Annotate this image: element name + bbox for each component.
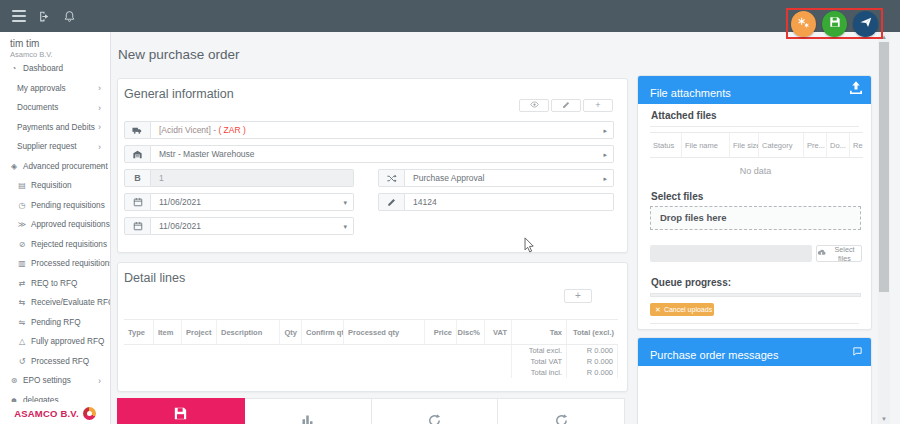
delivery-date-value: 11/06/2021: [159, 221, 201, 231]
sidebar-item-label: Approved requisitions: [31, 220, 110, 229]
sidebar-item-my-approvals[interactable]: My approvals ›: [0, 79, 110, 99]
general-info-toolbar: +: [519, 99, 613, 112]
save-purchase-order-button[interactable]: [117, 398, 245, 424]
general-information-card: General information + [Acidri Vicent] - …: [117, 78, 628, 253]
sidebar-item-documents[interactable]: Documents ›: [0, 98, 110, 118]
plus-icon: +: [575, 290, 581, 301]
processed-rfq-icon: ↺: [16, 357, 28, 366]
sidebar-item-pending-requisitions[interactable]: ◷ Pending requisitions: [0, 196, 110, 216]
sidebar-item-dashboard[interactable]: ◔ Dashboard: [0, 59, 110, 79]
bottom-action-bar: [117, 398, 625, 424]
vertical-scrollbar[interactable]: ▲ ▼: [878, 32, 890, 424]
select-files-button[interactable]: Select files: [816, 245, 862, 262]
sidebar-item-requisition[interactable]: ▤ Requisition: [0, 176, 110, 196]
scrollbar-thumb[interactable]: [879, 42, 889, 292]
sidebar: tim tim Asamco B.V. ◔ Dashboard My appro…: [0, 32, 111, 424]
total-value: R 0.000: [566, 345, 618, 356]
sidebar-item-payments-and-debits[interactable]: Payments and Debits ›: [0, 118, 110, 138]
save-disk-icon: [172, 405, 189, 424]
warehouse-select[interactable]: Mstr - Master Warehouse ▸: [124, 145, 614, 163]
card-title: Purchase order messages: [650, 349, 778, 361]
brand-text: ASAMCO B.V.: [14, 408, 79, 419]
chevron-right-icon: ›: [98, 103, 101, 113]
sidebar-item-advanced-procurement[interactable]: ◈ Advanced procurement ›: [0, 157, 110, 177]
sidebar-item-label: Requisition: [31, 181, 72, 190]
reload-button[interactable]: [498, 398, 625, 424]
chevron-right-icon: ›: [98, 122, 101, 132]
plus-icon: +: [595, 101, 600, 110]
file-path-input[interactable]: [650, 245, 812, 262]
number-icon: B: [124, 169, 151, 187]
approval-route-value: Purchase Approval: [413, 173, 484, 183]
sidebar-item-label: Rejected requisitions: [31, 240, 107, 249]
calendar-icon: [124, 217, 151, 235]
upload-button[interactable]: [847, 79, 865, 100]
sidebar-item-req-to-rfq[interactable]: ⇄ REQ to RFQ: [0, 274, 110, 294]
column-header: VAT: [484, 320, 511, 344]
bar-chart-icon: [300, 413, 315, 424]
total-row: Total incl. R 0.000: [511, 367, 618, 378]
sidebar-item-label: Processed requisitions: [31, 259, 111, 268]
sidebar-item-label: Fully approved RFQ: [31, 337, 104, 346]
supplier-currency: ( ZAR ): [218, 125, 245, 135]
sidebar-item-receive-evaluate-rfq[interactable]: ⇆ Receive/Evaluate RFQ: [0, 293, 110, 313]
close-icon: ✕: [655, 306, 661, 314]
sidebar-item-approved-requisitions[interactable]: ≫ Approved requisitions: [0, 215, 110, 235]
column-header: Tax: [511, 320, 566, 344]
sidebar-item-label: Supplier request: [17, 142, 77, 151]
queue-progress-bar: [650, 293, 861, 297]
messages-header: Purchase order messages: [638, 338, 871, 366]
sidebar-item-fully-approved-rfq[interactable]: △ Fully approved RFQ: [0, 332, 110, 352]
sidebar-item-label: EPO settings: [23, 376, 71, 385]
total-label: Total VAT: [511, 356, 566, 367]
sidebar-item-processed-requisitions[interactable]: ▥ Processed requisitions: [0, 254, 110, 274]
pencil-icon: [562, 100, 571, 111]
purchase-order-messages-card: Purchase order messages: [637, 337, 872, 424]
sidebar-item-label: Advanced procurement: [23, 162, 108, 171]
column-header: Processed qty: [343, 320, 424, 344]
user-name: tim tim: [10, 38, 100, 49]
sidebar-item-rejected-requisitions[interactable]: ⊘ Rejected requisitions: [0, 235, 110, 255]
order-number-field: B 1: [124, 169, 354, 187]
notifications-bell-icon[interactable]: [63, 10, 76, 23]
sidebar-item-pending-rfq[interactable]: ⇋ Pending RFQ: [0, 313, 110, 333]
upload-icon: [847, 85, 865, 100]
sidebar-item-processed-rfq[interactable]: ↺ Processed RFQ: [0, 352, 110, 372]
logout-icon[interactable]: [38, 10, 51, 23]
sidebar-item-epo-settings[interactable]: ⊛ EPO settings ›: [0, 371, 110, 391]
save-button[interactable]: [822, 11, 847, 37]
order-date-value: 11/06/2021: [159, 197, 201, 207]
column-header: Do...: [826, 133, 849, 157]
menu-icon[interactable]: [12, 10, 26, 22]
processed-requisitions-icon: ▥: [16, 259, 28, 268]
chart-button[interactable]: [245, 398, 372, 424]
supplier-select[interactable]: [Acidri Vicent] - ( ZAR ) ▸: [124, 121, 614, 139]
column-header: Type: [124, 320, 153, 344]
card-title: General information: [124, 87, 234, 101]
total-label: Total excl.: [511, 345, 566, 356]
add-button[interactable]: +: [583, 99, 613, 112]
send-button[interactable]: [853, 11, 878, 37]
process-route-button[interactable]: [791, 11, 816, 37]
delivery-date-picker[interactable]: 11/06/2021 ▾: [124, 217, 354, 235]
sidebar-item-label: Dashboard: [23, 64, 63, 73]
cancel-uploads-button[interactable]: ✕ Cancel uploads: [650, 303, 714, 316]
refresh-icon: [554, 413, 569, 424]
approval-route-select[interactable]: Purchase Approval ▸: [378, 169, 614, 187]
edit-button[interactable]: [551, 99, 581, 112]
refresh-button[interactable]: [372, 398, 499, 424]
order-date-picker[interactable]: 11/06/2021 ▾: [124, 193, 354, 211]
column-header: File name: [681, 133, 729, 157]
scroll-down-icon[interactable]: ▼: [878, 415, 890, 423]
attached-files-table-header: Status File name File size Category Pre.…: [650, 132, 863, 158]
top-app-bar: [0, 0, 900, 32]
page-title: New purchase order: [118, 47, 240, 62]
view-button[interactable]: [519, 99, 549, 112]
file-drop-zone[interactable]: Drop files here: [650, 206, 861, 230]
sidebar-item-label: Documents: [17, 103, 58, 112]
add-detail-line-button[interactable]: +: [564, 289, 592, 303]
sidebar-item-supplier-request[interactable]: Supplier request ›: [0, 137, 110, 157]
caret-icon: ▸: [603, 122, 607, 139]
reference-field[interactable]: 14124: [378, 193, 614, 211]
column-header: Disc%: [456, 320, 484, 344]
